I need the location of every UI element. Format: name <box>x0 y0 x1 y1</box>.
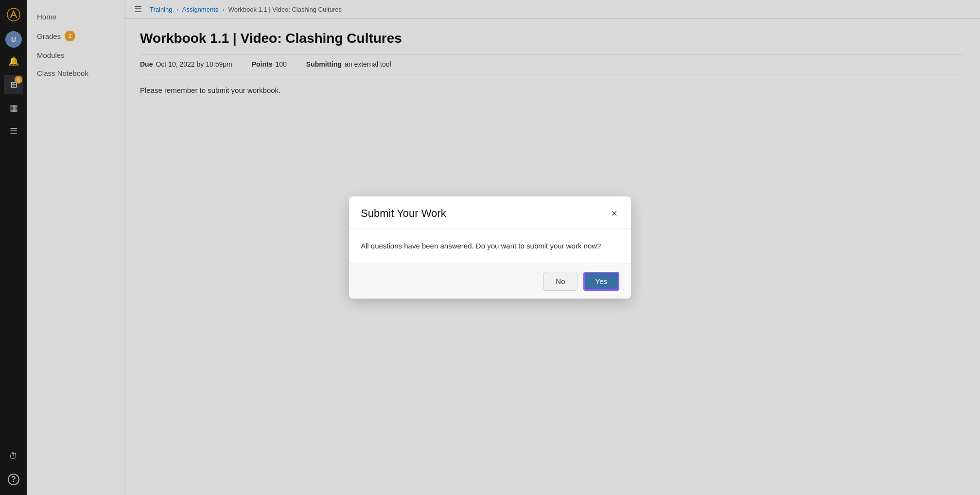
no-button[interactable]: No <box>543 272 577 291</box>
modal-footer: No Yes <box>349 264 631 299</box>
submit-work-modal: Submit Your Work × All questions have be… <box>349 196 631 299</box>
modal-title: Submit Your Work <box>361 207 446 220</box>
modal-body: All questions have been answered. Do you… <box>349 229 631 264</box>
yes-button[interactable]: Yes <box>583 272 619 291</box>
modal-body-text: All questions have been answered. Do you… <box>361 241 619 252</box>
modal-close-button[interactable]: × <box>609 206 619 221</box>
modal-overlay[interactable]: Submit Your Work × All questions have be… <box>0 0 980 495</box>
modal-header: Submit Your Work × <box>349 196 631 229</box>
